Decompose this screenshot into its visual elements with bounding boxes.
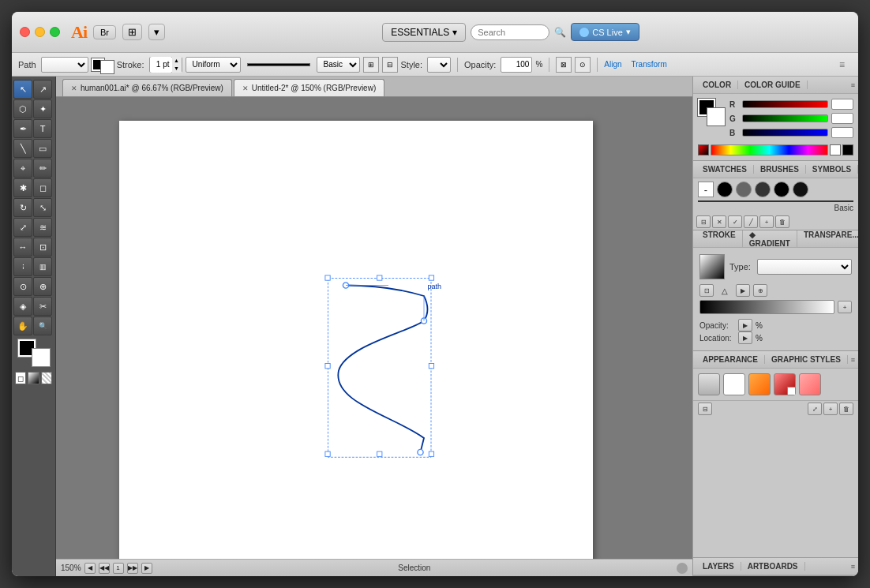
width-tool[interactable]: ↔ [13,238,32,257]
lasso-tool[interactable]: ⬡ [13,99,32,118]
gradient-ctrl3[interactable]: ⊕ [753,284,767,297]
color-panel-menu[interactable]: ≡ [851,81,855,89]
gradient-tab[interactable]: ◆ GRADIENT [743,230,797,248]
app-swatch-3[interactable] [748,373,771,395]
swatch-black2[interactable] [774,182,789,197]
symbols-tab[interactable]: SYMBOLS [806,165,858,174]
blend-tool[interactable]: ◈ [13,297,32,316]
text-tool[interactable]: T [33,119,52,138]
swatch-black[interactable] [717,182,733,197]
brushes-tab[interactable]: BRUSHES [754,165,806,174]
search-input[interactable] [471,24,549,40]
icon-btn2[interactable]: ⊙ [575,57,591,73]
app-btn2[interactable]: ⤢ [808,403,822,415]
reflect-tool[interactable]: ⤡ [33,198,52,217]
stroke-icon-btn[interactable]: ⊞ [363,57,379,73]
shear-tool[interactable]: ≋ [33,218,52,237]
swatch-dash[interactable]: - [698,182,714,197]
pattern-mode-btn[interactable] [41,372,52,384]
transform-link[interactable]: Transform [632,60,667,69]
tab-close-0[interactable]: ✕ [71,84,77,92]
options-menu-button[interactable]: ≡ [839,59,852,70]
r-slider[interactable] [742,100,828,108]
swatch-gray[interactable] [736,182,752,197]
stroke-width-input[interactable] [150,57,172,73]
stroke-icon-btn2[interactable]: ⊟ [382,57,398,73]
app-btn1[interactable]: ⊟ [698,403,712,415]
paintbrush-tool[interactable]: ⌖ [13,159,32,178]
eraser-tool[interactable]: ◻ [33,178,52,197]
essentials-button[interactable]: ESSENTIALS ▾ [382,23,466,42]
swatch-darkgray[interactable] [755,182,771,197]
g-slider[interactable] [742,114,828,122]
line-tool[interactable]: ╲ [13,139,32,158]
gradient-thumb[interactable] [699,254,725,279]
gradient-bar[interactable] [699,300,834,314]
blob-brush-tool[interactable]: ✱ [13,178,32,197]
path-select[interactable] [41,57,88,73]
pen-tool[interactable]: ✒ [13,119,32,138]
app-swatch-2[interactable] [723,373,745,395]
g-value[interactable]: 255 [831,113,853,124]
transparency-tab[interactable]: TRANSPARE... [797,230,858,248]
opacity-input[interactable] [501,57,532,73]
layers-menu[interactable]: ≡ [851,563,855,571]
app-btn3[interactable]: + [823,403,838,415]
swatch-new-btn[interactable]: + [759,215,774,228]
swatches-tab[interactable]: SWATCHES [696,165,754,174]
icon-btn1[interactable]: ⊠ [556,57,572,73]
stroke-swatch[interactable] [32,349,50,366]
appearance-tab[interactable]: APPEARANCE [696,355,765,364]
color-bg-swatch[interactable] [707,108,725,125]
maximize-button[interactable] [50,27,60,37]
close-button[interactable] [20,27,30,37]
rect-tool[interactable]: ▭ [33,139,52,158]
measure-tool[interactable]: ⊕ [33,277,52,296]
color-guide-tab[interactable]: COLOR GUIDE [738,81,808,89]
tab-1[interactable]: ✕ Untitled-2* @ 150% (RGB/Preview) [234,79,384,96]
nav-first-btn[interactable]: ◀◀ [99,563,110,574]
stroke-style-select[interactable]: Basic [317,57,360,73]
bar-graph-tool[interactable]: ▥ [33,257,52,276]
magic-wand-tool[interactable]: ✦ [33,99,52,118]
appearance-menu[interactable]: ≡ [851,356,855,364]
color-mode-btn[interactable]: ◻ [15,372,26,384]
rotate-tool[interactable]: ↻ [13,198,32,217]
graphic-styles-tab[interactable]: GRAPHIC STYLES [765,355,848,364]
swatch-delete-btn[interactable]: ✓ [728,215,742,228]
layers-tab[interactable]: LAYERS [696,562,741,571]
status-info-btn[interactable] [677,563,688,574]
pencil-tool[interactable]: ✏ [33,159,52,178]
tab-close-1[interactable]: ✕ [242,84,249,92]
nav-next-btn[interactable]: ▶ [141,563,152,574]
r-value[interactable]: 255 [831,99,853,110]
swatch-add-btn[interactable]: ✕ [712,215,726,228]
nav-last-btn[interactable]: ▶▶ [127,563,138,574]
stroke-up-button[interactable]: ▲ [172,57,182,65]
canvas-area[interactable]: path [56,97,692,559]
b-slider[interactable] [742,129,828,137]
swatch-trash-btn[interactable]: 🗑 [775,215,789,228]
swatch-edit-btn[interactable]: ╱ [744,215,758,228]
scissors-tool[interactable]: ✂ [33,297,52,316]
app-swatch-1[interactable] [698,373,720,395]
selection-tool[interactable]: ↖ [13,80,32,99]
column-graph-tool[interactable]: ⫶ [13,257,32,276]
location-arrow-btn[interactable]: ▶ [738,331,752,344]
nav-prev-btn[interactable]: ◀ [84,563,96,574]
align-link[interactable]: Align [604,60,621,69]
workspace-arrow-button[interactable]: ▾ [148,24,165,40]
stroke-type-select[interactable]: Uniform [186,57,241,73]
workspace-grid-button[interactable]: ⊞ [122,24,142,40]
cs-live-button[interactable]: CS Live ▾ [571,23,639,41]
tab-0[interactable]: ✕ human001.ai* @ 66.67% (RGB/Preview) [62,79,232,96]
app-swatch-5[interactable] [799,373,821,395]
app-btn4[interactable]: 🗑 [839,403,853,415]
b-value[interactable]: 255 [831,127,853,138]
gradient-add-btn[interactable]: + [838,301,852,313]
gradient-ctrl1[interactable]: ⊡ [699,284,714,297]
eyedropper-tool[interactable]: ⊙ [13,277,32,296]
gradient-mode-btn[interactable] [28,372,39,384]
stroke-down-button[interactable]: ▼ [172,65,182,73]
hand-tool[interactable]: ✋ [13,316,32,335]
